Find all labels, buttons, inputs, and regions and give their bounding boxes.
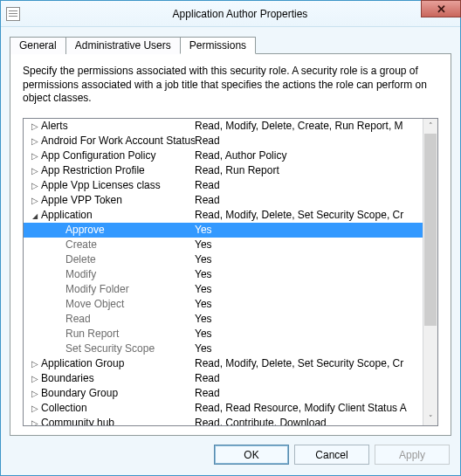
- row-permissions: Yes: [195, 327, 423, 341]
- row-name: Modify Folder: [64, 282, 195, 297]
- permission-entry[interactable]: DeleteYes: [24, 252, 423, 267]
- row-permissions: Read, Modify, Delete, Set Security Scope…: [195, 208, 423, 223]
- tab-administrative-users[interactable]: Administrative Users: [65, 37, 181, 54]
- expand-icon[interactable]: [31, 163, 39, 178]
- row-permissions: Yes: [195, 282, 423, 297]
- indent: [24, 416, 31, 425]
- indent: [24, 134, 31, 148]
- no-expand-icon: [55, 282, 64, 297]
- row-name: Move Object: [64, 297, 195, 312]
- expand-icon[interactable]: [31, 134, 39, 148]
- indent: [24, 282, 55, 297]
- expand-icon[interactable]: [31, 416, 39, 425]
- row-name: Apple Vpp Licenses class: [39, 178, 195, 193]
- no-expand-icon: [55, 252, 64, 267]
- tab-permissions[interactable]: Permissions: [180, 37, 256, 54]
- row-name: Collection: [39, 401, 195, 416]
- permission-entry[interactable]: Set Security ScopeYes: [24, 341, 423, 356]
- object-class-row[interactable]: Community hubRead, Contribute, Download: [24, 416, 423, 425]
- scroll-thumb[interactable]: [424, 134, 437, 326]
- indent: [24, 208, 31, 223]
- row-permissions: Yes: [195, 252, 423, 267]
- indent: [24, 327, 55, 341]
- scroll-up-button[interactable]: ˄: [423, 119, 437, 134]
- row-name: Application Group: [39, 356, 195, 371]
- no-expand-icon: [55, 267, 64, 282]
- permission-entry[interactable]: Run ReportYes: [24, 327, 423, 341]
- permission-entry[interactable]: Move ObjectYes: [24, 297, 423, 312]
- expand-icon[interactable]: [31, 148, 39, 163]
- object-class-row[interactable]: Android For Work Account StatusRead: [24, 134, 423, 148]
- object-class-row[interactable]: CollectionRead, Read Resource, Modify Cl…: [24, 401, 423, 416]
- scroll-track[interactable]: [423, 134, 437, 410]
- row-permissions: Read, Run Report: [195, 163, 423, 178]
- window-title: Application Author Properties: [20, 8, 460, 20]
- row-permissions: Yes: [195, 267, 423, 282]
- object-class-row[interactable]: Application GroupRead, Modify, Delete, S…: [24, 356, 423, 371]
- permission-entry[interactable]: ApproveYes: [24, 223, 423, 238]
- expand-icon[interactable]: [31, 178, 39, 193]
- row-name: Modify: [64, 267, 195, 282]
- permission-entry[interactable]: ReadYes: [24, 312, 423, 327]
- object-class-row[interactable]: App Configuration PolicyRead, Author Pol…: [24, 148, 423, 163]
- row-permissions: Yes: [195, 297, 423, 312]
- expand-icon[interactable]: [31, 401, 39, 416]
- row-permissions: Read, Modify, Delete, Create, Run Report…: [195, 119, 423, 134]
- permission-entry[interactable]: Modify FolderYes: [24, 282, 423, 297]
- indent: [24, 163, 31, 178]
- permission-entry[interactable]: ModifyYes: [24, 267, 423, 282]
- expand-icon[interactable]: [31, 193, 39, 208]
- row-name: Android For Work Account Status: [39, 134, 195, 148]
- vertical-scrollbar[interactable]: ˄ ˅: [423, 119, 437, 425]
- row-permissions: Read, Read Resource, Modify Client Statu…: [195, 401, 423, 416]
- object-class-row[interactable]: App Restriction ProfileRead, Run Report: [24, 163, 423, 178]
- object-class-row[interactable]: Boundary GroupRead: [24, 386, 423, 401]
- no-expand-icon: [55, 223, 64, 238]
- object-class-row[interactable]: BoundariesRead: [24, 371, 423, 386]
- chevron-up-icon: ˄: [429, 121, 433, 130]
- indent: [24, 148, 31, 163]
- cancel-button[interactable]: Cancel: [294, 445, 369, 465]
- scroll-down-button[interactable]: ˅: [423, 410, 437, 425]
- permission-entry[interactable]: CreateYes: [24, 238, 423, 252]
- indent: [24, 371, 31, 386]
- titlebar: Application Author Properties ✕: [1, 1, 460, 27]
- row-permissions: Read: [195, 178, 423, 193]
- no-expand-icon: [55, 238, 64, 252]
- indent: [24, 223, 55, 238]
- row-name: Boundary Group: [39, 386, 195, 401]
- object-class-row[interactable]: ApplicationRead, Modify, Delete, Set Sec…: [24, 208, 423, 223]
- close-icon: ✕: [437, 3, 446, 16]
- indent: [24, 312, 55, 327]
- expand-icon[interactable]: [31, 386, 39, 401]
- no-expand-icon: [55, 312, 64, 327]
- indent: [24, 238, 55, 252]
- indent: [24, 193, 31, 208]
- tab-general[interactable]: General: [10, 37, 66, 54]
- row-name: Create: [64, 238, 195, 252]
- close-button[interactable]: ✕: [421, 0, 461, 17]
- row-name: Community hub: [39, 416, 195, 425]
- collapse-icon[interactable]: [31, 208, 39, 223]
- indent: [24, 178, 31, 193]
- expand-icon[interactable]: [31, 356, 39, 371]
- expand-icon[interactable]: [31, 371, 39, 386]
- object-class-row[interactable]: Apple Vpp Licenses classRead: [24, 178, 423, 193]
- row-name: Run Report: [64, 327, 195, 341]
- indent: [24, 267, 55, 282]
- object-class-row[interactable]: Apple VPP TokenRead: [24, 193, 423, 208]
- row-name: Set Security Scope: [64, 341, 195, 356]
- ok-button[interactable]: OK: [214, 445, 289, 465]
- expand-icon[interactable]: [31, 119, 39, 134]
- no-expand-icon: [55, 327, 64, 341]
- row-permissions: Read, Author Policy: [195, 148, 423, 163]
- row-permissions: Read: [195, 134, 423, 148]
- row-name: App Restriction Profile: [39, 163, 195, 178]
- no-expand-icon: [55, 297, 64, 312]
- row-name: Delete: [64, 252, 195, 267]
- row-name: Approve: [64, 223, 195, 238]
- row-permissions: Yes: [195, 312, 423, 327]
- object-class-row[interactable]: AlertsRead, Modify, Delete, Create, Run …: [24, 119, 423, 134]
- window-icon: [6, 7, 20, 21]
- permissions-tree: AlertsRead, Modify, Delete, Create, Run …: [23, 118, 438, 426]
